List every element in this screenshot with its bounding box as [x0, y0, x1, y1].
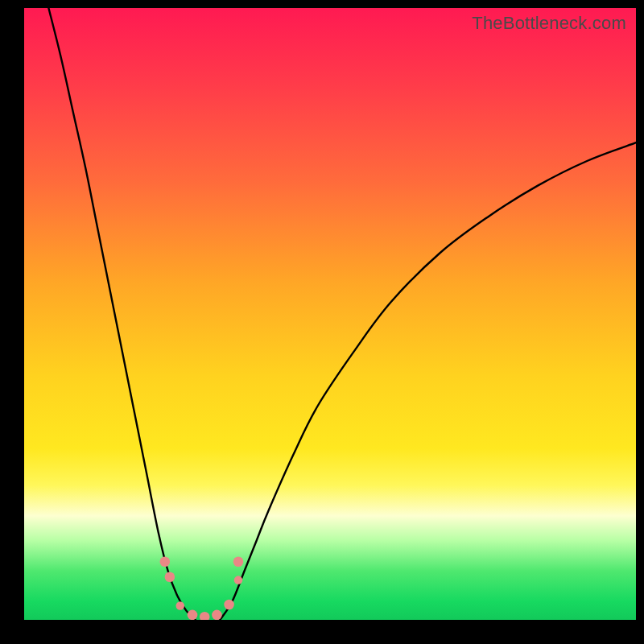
- marker-dot: [212, 610, 222, 620]
- highlight-markers: [160, 557, 244, 621]
- marker-dot: [160, 557, 171, 568]
- marker-dot: [165, 572, 175, 583]
- marker-dot: [188, 610, 198, 620]
- plot-area: TheBottleneck.com: [24, 8, 636, 620]
- curves-svg: [24, 8, 636, 620]
- chart-frame: TheBottleneck.com: [0, 0, 644, 644]
- marker-dot: [233, 557, 244, 568]
- marker-dot: [176, 601, 185, 610]
- marker-dot: [224, 600, 234, 610]
- marker-dot: [234, 576, 243, 584]
- marker-dot: [200, 612, 210, 620]
- left-curve: [48, 8, 195, 620]
- right-curve: [220, 142, 636, 620]
